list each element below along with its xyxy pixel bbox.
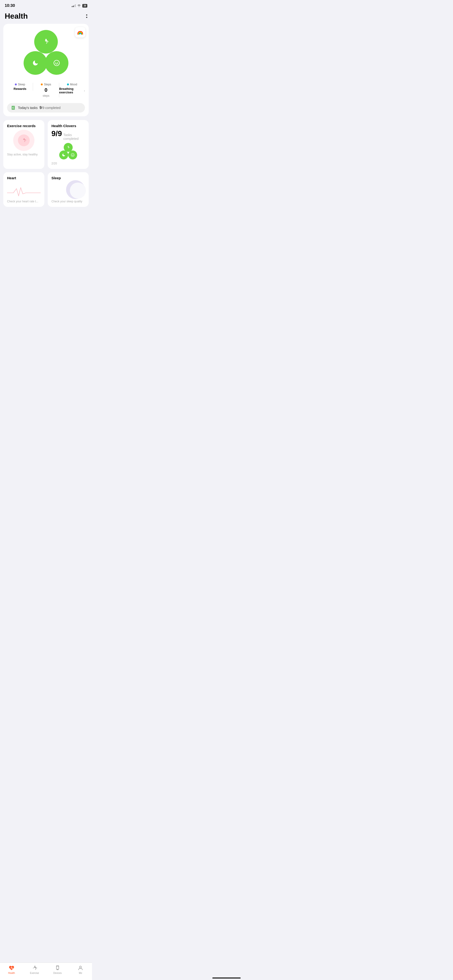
tasks-completed: 9	[40, 106, 41, 110]
mini-leaf-mood	[68, 151, 77, 159]
sleep-graphic	[51, 181, 85, 198]
cards-grid: Exercise records Stay active, stay healt…	[3, 120, 89, 207]
heart-title: Heart	[7, 176, 41, 180]
page-title: Health	[5, 12, 28, 21]
steps-unit: steps	[43, 94, 49, 97]
mini-run-icon	[66, 146, 70, 149]
steps-value: 0	[45, 87, 48, 93]
battery-icon: 39	[82, 4, 87, 8]
smile-icon	[53, 60, 60, 66]
scroll-area: z z Sleep	[0, 24, 92, 226]
sleep-label: Sleep	[18, 83, 25, 86]
clover-large: z z	[22, 30, 70, 77]
heart-graphic	[7, 181, 41, 198]
sleep-dot	[15, 83, 17, 85]
clover-graphic: z z	[7, 28, 85, 81]
heart-desc: Check your heart rate t...	[7, 200, 41, 203]
mini-moon-icon	[62, 153, 65, 157]
tasks-icon	[11, 105, 16, 110]
svg-point-5	[57, 62, 58, 63]
clovers-tasks-label: Tasks completed	[63, 133, 85, 141]
clover-leaf-sleep: z z	[24, 51, 47, 75]
rainbow-button[interactable]	[75, 27, 85, 38]
run-graphic-icon	[21, 137, 27, 144]
metric-mood[interactable]: Mood Breathing exercises ›	[59, 83, 85, 94]
rewards-link[interactable]: Rewards	[14, 87, 26, 91]
status-icons: 39	[72, 4, 87, 8]
battery-level: 39	[83, 5, 86, 7]
metric-steps: Steps 0 steps	[33, 83, 59, 97]
mini-leaf-sleep	[59, 151, 68, 159]
heart-wave-svg	[7, 185, 41, 197]
steps-dot	[41, 83, 43, 85]
svg-point-10	[73, 154, 73, 155]
steps-label: Steps	[44, 83, 51, 86]
svg-rect-6	[11, 106, 14, 110]
moon-icon: z z	[32, 60, 39, 66]
tasks-text: Today's tasks 9/9 completed	[18, 106, 61, 110]
sleep-card[interactable]: Sleep Check your sleep quality	[48, 172, 89, 207]
tasks-bar[interactable]: Today's tasks 9/9 completed	[7, 103, 85, 113]
svg-text:z: z	[36, 60, 37, 62]
svg-point-9	[72, 154, 72, 155]
status-time: 10:30	[5, 3, 15, 8]
svg-point-4	[56, 62, 56, 63]
sleep-title: Sleep	[51, 176, 85, 180]
sleep-desc: Check your sleep quality	[51, 200, 85, 203]
svg-point-3	[54, 60, 59, 65]
metrics-row: Sleep Rewards Steps 0 steps Mood Breathi…	[7, 81, 85, 101]
mood-label: Mood	[70, 83, 77, 86]
health-clovers-card[interactable]: Health Clovers 9/9 Tasks completed	[48, 120, 89, 169]
clover-leaf-top	[34, 30, 58, 54]
clovers-title: Health Clovers	[51, 124, 85, 128]
exercise-graphic	[7, 130, 41, 151]
clovers-progress: 2/20	[51, 162, 85, 165]
clovers-count: 9/9	[51, 129, 62, 138]
heart-card[interactable]: Heart Check your heart rate t...	[3, 172, 45, 207]
signal-icon	[72, 4, 76, 7]
exercise-card[interactable]: Exercise records Stay active, stay healt…	[3, 120, 45, 169]
breathing-arrow: ›	[84, 89, 85, 92]
exercise-title: Exercise records	[7, 124, 41, 128]
status-bar: 10:30 39	[0, 0, 92, 10]
more-button[interactable]	[86, 14, 87, 18]
run-icon	[43, 38, 49, 45]
header: Health	[0, 10, 92, 24]
mini-clover	[59, 143, 78, 159]
clover-leaf-mood	[45, 51, 69, 75]
breathing-link[interactable]: Breathing exercises	[59, 87, 83, 94]
metric-sleep[interactable]: Sleep Rewards	[7, 83, 33, 91]
mini-smile-icon	[71, 153, 75, 157]
hero-card: z z Sleep	[3, 24, 89, 116]
rainbow-icon	[77, 30, 84, 35]
wifi-icon	[77, 4, 81, 7]
svg-point-7	[68, 146, 69, 147]
exercise-desc: Stay active, stay healthy	[7, 153, 41, 156]
mood-dot	[67, 83, 69, 85]
svg-point-8	[71, 153, 74, 156]
